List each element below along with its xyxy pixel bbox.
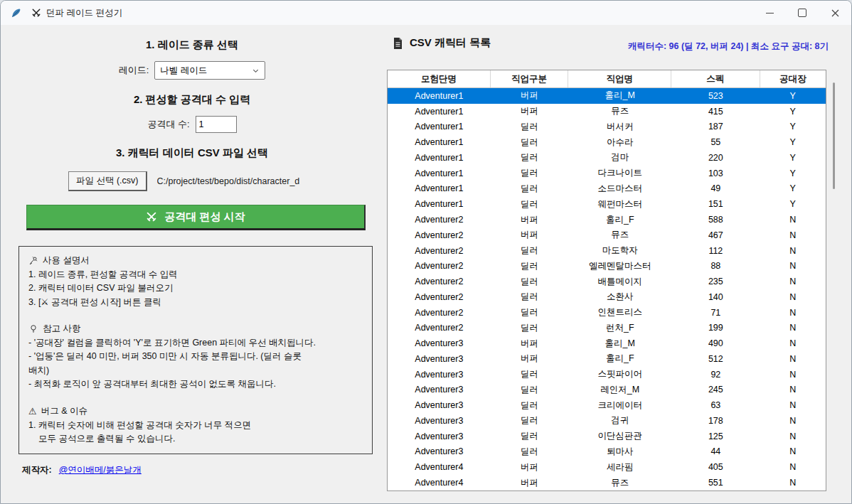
- table-row[interactable]: Adventurer2 딜러 소환사 140 N: [388, 289, 826, 305]
- cell-job: 세라핌: [568, 459, 671, 475]
- cell-leader[interactable]: Y: [760, 181, 826, 197]
- minimize-button[interactable]: [753, 1, 786, 25]
- table-row[interactable]: Adventurer3 딜러 이단심판관 125 N: [388, 429, 826, 444]
- table-row[interactable]: Adventurer1 딜러 아수라 55 Y: [388, 134, 826, 150]
- table-row[interactable]: Adventurer3 딜러 스핏파이어 92 N: [388, 367, 826, 382]
- cell-leader[interactable]: N: [760, 258, 826, 274]
- cell-spec: 151: [671, 196, 760, 212]
- cell-leader[interactable]: Y: [760, 134, 826, 150]
- csv-section-heading: 3. 캐릭터 데이터 CSV 파일 선택: [1, 146, 383, 160]
- cell-leader[interactable]: Y: [760, 150, 826, 166]
- cell-leader[interactable]: N: [760, 367, 826, 382]
- table-row[interactable]: Adventurer2 딜러 배틀메이지 235 N: [388, 274, 826, 289]
- notes-line: - '업둥'은 딜러 40 미만, 버퍼 350 미만 시 자동 분류됩니다. …: [28, 350, 363, 364]
- file-select-button[interactable]: 파일 선택 (.csv): [68, 171, 147, 191]
- maximize-button[interactable]: [786, 1, 819, 25]
- cell-leader[interactable]: Y: [760, 88, 826, 104]
- column-header-leader[interactable]: 공대장: [760, 70, 826, 87]
- table-row[interactable]: Adventurer2 딜러 런처_F 199 N: [388, 320, 826, 336]
- cell-leader[interactable]: N: [760, 459, 826, 475]
- cell-adventurer: Adventurer2: [388, 289, 491, 305]
- tk-feather-icon: [11, 8, 21, 18]
- cell-leader[interactable]: N: [760, 227, 826, 243]
- cell-job: 퇴마사: [568, 444, 671, 460]
- table-row[interactable]: Adventurer2 딜러 인챈트리스 71 N: [388, 305, 826, 321]
- column-header-role[interactable]: 직업구분: [491, 70, 569, 87]
- table-row[interactable]: Adventurer2 딜러 엘레멘탈마스터 88 N: [388, 258, 826, 274]
- table-row[interactable]: Adventurer3 버퍼 홀리_M 490 N: [388, 336, 826, 351]
- cell-job: 배틀메이지: [568, 274, 671, 289]
- table-row[interactable]: Adventurer2 버퍼 뮤즈 467 N: [388, 227, 826, 243]
- cell-leader[interactable]: N: [760, 429, 826, 444]
- cell-role: 딜러: [491, 429, 569, 444]
- cell-leader[interactable]: N: [760, 413, 826, 429]
- cell-spec: 92: [671, 367, 760, 382]
- usage-title: 사용 설명서: [43, 254, 90, 268]
- table-row[interactable]: Adventurer1 딜러 버서커 187 Y: [388, 119, 826, 135]
- cell-leader[interactable]: N: [760, 320, 826, 336]
- table-row[interactable]: Adventurer3 딜러 검귀 178 N: [388, 413, 826, 429]
- cell-spec: 415: [671, 104, 760, 119]
- cell-leader[interactable]: Y: [760, 196, 826, 212]
- cell-leader[interactable]: N: [760, 444, 826, 460]
- cell-adventurer: Adventurer2: [388, 274, 491, 289]
- column-header-spec[interactable]: 스펙: [671, 70, 760, 87]
- table-row[interactable]: Adventurer1 버퍼 뮤즈 415 Y: [388, 104, 826, 119]
- table-row[interactable]: Adventurer1 딜러 다크나이트 103 Y: [388, 166, 826, 181]
- cell-leader[interactable]: N: [760, 336, 826, 351]
- chevron-down-icon: [252, 67, 260, 75]
- table-body: Adventurer1 버퍼 홀리_M 523 Y Adventurer1 버퍼…: [388, 88, 826, 490]
- cell-adventurer: Adventurer2: [388, 305, 491, 321]
- table-row[interactable]: Adventurer1 딜러 소드마스터 49 Y: [388, 181, 826, 197]
- cell-leader[interactable]: Y: [760, 104, 826, 119]
- cell-adventurer: Adventurer1: [388, 104, 491, 119]
- cell-spec: 125: [671, 429, 760, 444]
- table-row[interactable]: Adventurer1 버퍼 홀리_M 523 Y: [388, 88, 826, 104]
- table-row[interactable]: Adventurer4 버퍼 세라핌 405 N: [388, 459, 826, 475]
- table-header-row: 모험단명 직업구분 직업명 스펙 공대장: [388, 70, 826, 88]
- table-row[interactable]: Adventurer1 딜러 검마 220 Y: [388, 150, 826, 166]
- cell-leader[interactable]: N: [760, 397, 826, 413]
- cell-leader[interactable]: N: [760, 243, 826, 259]
- cell-role: 버퍼: [491, 351, 569, 367]
- close-button[interactable]: [819, 1, 851, 25]
- table-scrollbar[interactable]: [831, 70, 838, 491]
- cell-job: 레인저_M: [568, 382, 671, 398]
- cell-role: 딜러: [491, 444, 569, 460]
- column-header-adventurer[interactable]: 모험단명: [388, 70, 491, 87]
- cell-leader[interactable]: Y: [760, 119, 826, 135]
- notes-line: - '공대장' 컬럼을 클릭하여 'Y'로 표기하면 Green 파티에 우선 …: [28, 336, 363, 350]
- author-link[interactable]: @연이배메/붉은날개: [59, 464, 142, 476]
- table-row[interactable]: Adventurer3 버퍼 홀리_F 512 N: [388, 351, 826, 367]
- raid-combobox[interactable]: 나벨 레이드: [154, 61, 265, 80]
- cell-role: 버퍼: [491, 212, 569, 227]
- column-header-job[interactable]: 직업명: [568, 70, 671, 87]
- table-row[interactable]: Adventurer3 딜러 퇴마사 44 N: [388, 444, 826, 460]
- cell-leader[interactable]: N: [760, 289, 826, 305]
- cell-job: 스핏파이어: [568, 367, 671, 382]
- cell-role: 버퍼: [491, 104, 569, 119]
- cell-leader[interactable]: N: [760, 274, 826, 289]
- minimize-icon: [766, 13, 774, 14]
- table-row[interactable]: Adventurer1 딜러 웨펀마스터 151 Y: [388, 196, 826, 212]
- table-row[interactable]: Adventurer4 버퍼 뮤즈 551 N: [388, 475, 826, 490]
- start-formation-button[interactable]: 공격대 편성 시작: [26, 205, 366, 230]
- squad-count-input[interactable]: [196, 116, 237, 133]
- table-row[interactable]: Adventurer2 딜러 마도학자 112 N: [388, 243, 826, 259]
- cell-leader[interactable]: N: [760, 475, 826, 490]
- cell-spec: 467: [671, 227, 760, 243]
- lightbulb-icon: [28, 324, 38, 334]
- cell-leader[interactable]: N: [760, 212, 826, 227]
- cell-spec: 235: [671, 274, 760, 289]
- warning-icon: ⚠: [28, 404, 37, 419]
- cell-leader[interactable]: N: [760, 351, 826, 367]
- table-row[interactable]: Adventurer3 딜러 레인저_M 245 N: [388, 382, 826, 398]
- cell-leader[interactable]: N: [760, 382, 826, 398]
- table-row[interactable]: Adventurer3 딜러 크리에이터 63 N: [388, 397, 826, 413]
- table-scrollbar-thumb[interactable]: [833, 82, 835, 189]
- cell-leader[interactable]: N: [760, 305, 826, 321]
- table-row[interactable]: Adventurer2 버퍼 홀리_F 588 N: [388, 212, 826, 227]
- cell-leader[interactable]: Y: [760, 166, 826, 181]
- list-title: CSV 캐릭터 목록: [410, 36, 491, 50]
- cell-adventurer: Adventurer1: [388, 134, 491, 150]
